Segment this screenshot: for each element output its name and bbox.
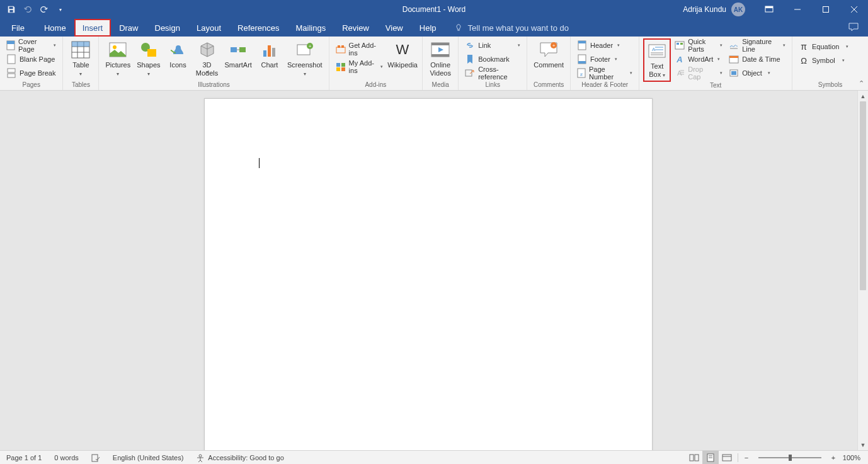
smartart-button[interactable]: SmartArt	[222, 38, 254, 71]
chart-icon	[260, 40, 280, 60]
zoom-slider[interactable]	[758, 457, 821, 458]
svg-text:+: +	[308, 43, 311, 49]
header-icon	[577, 40, 587, 50]
wordart-button[interactable]: AWordArt▾	[672, 52, 725, 66]
cover-page-button[interactable]: Cover Page▾	[4, 38, 59, 52]
redo-icon[interactable]	[39, 4, 49, 14]
screenshot-button[interactable]: +Screenshot▾	[285, 38, 325, 79]
svg-rect-10	[8, 74, 15, 77]
web-layout-button[interactable]	[719, 451, 735, 465]
title-right-controls: Adrija Kundu AK	[683, 0, 868, 19]
spellcheck-icon	[91, 453, 100, 462]
status-language[interactable]: English (United States)	[106, 451, 190, 464]
get-addins-button[interactable]: Get Add-ins	[333, 42, 385, 56]
document-page[interactable]	[204, 98, 653, 450]
qat-customize-icon[interactable]: ▾	[55, 4, 66, 14]
scroll-up-icon[interactable]: ▲	[858, 91, 868, 101]
group-label-illustrations: Illustrations	[103, 81, 324, 90]
read-mode-button[interactable]	[686, 451, 702, 465]
store-icon	[336, 44, 346, 54]
3d-models-button[interactable]: 3D Models▾	[193, 38, 221, 76]
group-label-addins: Add-ins	[333, 81, 419, 90]
comment-button[interactable]: +Comment	[531, 38, 566, 71]
svg-rect-21	[231, 47, 237, 52]
table-button[interactable]: Table▾	[67, 38, 94, 79]
vertical-scrollbar[interactable]: ▲ ▼	[857, 91, 868, 450]
equation-button[interactable]: πEquation▾	[796, 40, 851, 54]
wikipedia-button[interactable]: WWikipedia	[387, 38, 418, 71]
object-button[interactable]: Object▾	[726, 66, 788, 80]
print-layout-button[interactable]	[702, 451, 719, 465]
link-button[interactable]: Link▾	[462, 38, 523, 52]
undo-icon[interactable]	[23, 4, 33, 14]
maximize-button[interactable]	[811, 0, 840, 19]
tab-insert[interactable]: Insert	[74, 19, 111, 37]
group-label-media: Media	[426, 81, 454, 90]
quick-parts-button[interactable]: Quick Parts▾	[672, 38, 725, 52]
my-addins-button[interactable]: My Add-ins▾	[333, 60, 385, 74]
signature-line-button[interactable]: Signature Line▾	[726, 38, 788, 52]
tab-review[interactable]: Review	[334, 19, 377, 37]
tab-references[interactable]: References	[229, 19, 287, 37]
pictures-button[interactable]: Pictures▾	[103, 38, 133, 79]
status-words[interactable]: 0 words	[48, 451, 85, 464]
user-avatar[interactable]: AK	[731, 3, 745, 16]
status-page[interactable]: Page 1 of 1	[0, 451, 48, 464]
object-icon	[729, 68, 739, 78]
svg-text:A: A	[676, 55, 682, 64]
svg-rect-3	[823, 7, 828, 13]
zoom-level[interactable]: 100%	[839, 451, 868, 464]
svg-rect-67	[731, 71, 736, 75]
zoom-out-button[interactable]: −	[741, 451, 752, 465]
group-links: Link▾ Bookmark Cross-reference Links	[459, 37, 527, 90]
tab-home[interactable]: Home	[36, 19, 74, 37]
svg-text:Ω: Ω	[801, 56, 807, 65]
svg-rect-55	[675, 42, 684, 49]
zoom-in-button[interactable]: +	[828, 451, 839, 465]
comments-pane-icon[interactable]	[848, 23, 859, 31]
svg-rect-25	[272, 48, 275, 57]
tab-draw[interactable]: Draw	[111, 19, 146, 37]
svg-rect-57	[680, 43, 683, 45]
date-time-button[interactable]: Date & Time	[726, 52, 788, 66]
online-videos-button[interactable]: Online Videos	[426, 38, 454, 79]
bookmark-button[interactable]: Bookmark	[462, 52, 523, 66]
status-spellcheck[interactable]	[85, 451, 106, 464]
text-box-highlight: AText Box ▾	[643, 38, 671, 82]
symbol-button[interactable]: ΩSymbol▾	[796, 54, 851, 67]
chart-button[interactable]: Chart	[256, 38, 283, 71]
page-break-button[interactable]: Page Break	[4, 66, 59, 80]
zoom-handle[interactable]	[789, 455, 792, 461]
minimize-button[interactable]	[783, 0, 811, 19]
date-time-icon	[729, 54, 739, 64]
cross-reference-button[interactable]: Cross-reference	[462, 66, 523, 80]
tab-mailings[interactable]: Mailings	[288, 19, 334, 37]
tab-view[interactable]: View	[377, 19, 411, 37]
close-button[interactable]	[840, 0, 868, 19]
status-bar: Page 1 of 1 0 words English (United Stat…	[0, 450, 868, 464]
icons-button[interactable]: Icons	[164, 38, 192, 71]
user-name[interactable]: Adrija Kundu	[683, 5, 726, 14]
scroll-thumb[interactable]	[860, 101, 866, 290]
svg-rect-16	[72, 42, 89, 47]
ribbon-display-icon[interactable]	[755, 0, 783, 19]
tab-file[interactable]: File	[0, 19, 36, 37]
svg-rect-29	[336, 47, 345, 53]
svg-rect-30	[338, 45, 340, 48]
shapes-button[interactable]: Shapes▾	[134, 38, 163, 79]
header-button[interactable]: Header▾	[574, 38, 635, 52]
text-box-button[interactable]: AText Box ▾	[644, 40, 670, 81]
collapse-ribbon-icon[interactable]: ⌃	[859, 79, 864, 88]
tab-help[interactable]: Help	[411, 19, 445, 37]
blank-page-button[interactable]: Blank Page	[4, 52, 59, 66]
scroll-down-icon[interactable]: ▼	[858, 439, 868, 450]
tab-layout[interactable]: Layout	[188, 19, 229, 37]
tab-design[interactable]: Design	[147, 19, 188, 37]
page-number-icon: #	[577, 68, 586, 78]
status-accessibility[interactable]: Accessibility: Good to go	[190, 451, 290, 464]
tell-me-search[interactable]: Tell me what you want to do	[445, 19, 569, 37]
save-icon[interactable]	[6, 4, 16, 14]
page-number-button[interactable]: #Page Number▾	[574, 66, 635, 80]
footer-button[interactable]: Footer▾	[574, 52, 635, 66]
group-label-symbols: Symbols	[796, 81, 864, 90]
